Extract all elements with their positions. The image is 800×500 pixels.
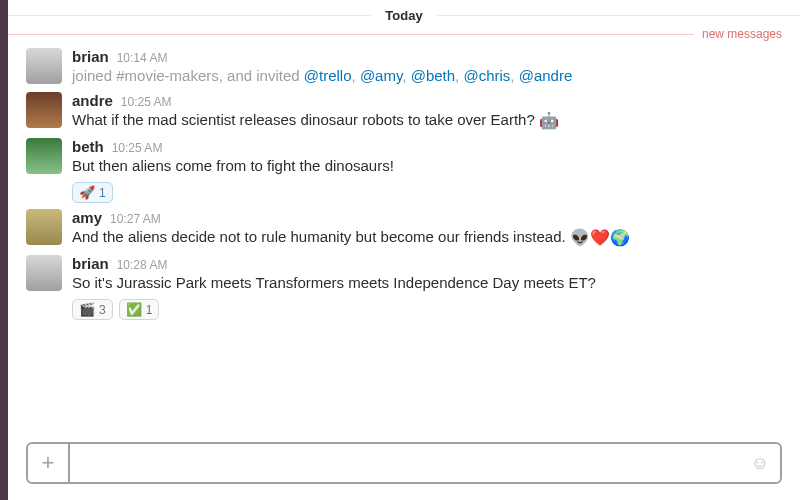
mention[interactable]: @andre [519, 67, 573, 84]
reactions: 🚀 1 [72, 182, 782, 203]
main-area: Today new messages brian 10:14 AM joined… [8, 0, 800, 500]
timestamp: 10:14 AM [117, 51, 168, 65]
sender-name[interactable]: beth [72, 138, 104, 155]
mention[interactable]: @chris [463, 67, 510, 84]
message-text: What if the mad scientist releases dinos… [72, 109, 782, 132]
smile-icon: ☺ [751, 453, 769, 474]
divider-line [437, 15, 800, 16]
clapper-icon: 🎬 [79, 302, 95, 317]
timestamp: 10:25 AM [121, 95, 172, 109]
new-messages-label: new messages [694, 27, 800, 41]
divider-line [8, 15, 371, 16]
sender-name[interactable]: amy [72, 209, 102, 226]
app-left-bar [0, 0, 8, 500]
sender-name[interactable]: brian [72, 48, 109, 65]
composer-area: + ☺ [8, 432, 800, 500]
system-mid: , and invited [219, 67, 304, 84]
message-body: amy 10:27 AM And the aliens decide not t… [72, 209, 782, 249]
message: andre 10:25 AM What if the mad scientist… [26, 89, 782, 135]
message: amy 10:27 AM And the aliens decide not t… [26, 206, 782, 252]
plus-icon: + [42, 450, 55, 476]
message-body: brian 10:28 AM So it's Jurassic Park mee… [72, 255, 782, 320]
avatar[interactable] [26, 138, 62, 174]
mention[interactable]: @amy [360, 67, 402, 84]
message-list[interactable]: brian 10:14 AM joined #movie-makers, and… [8, 45, 800, 432]
sender-name[interactable]: andre [72, 92, 113, 109]
new-messages-line [8, 34, 694, 35]
avatar[interactable] [26, 92, 62, 128]
attach-button[interactable]: + [28, 444, 70, 482]
mention[interactable]: @trello [304, 67, 352, 84]
emoji-button[interactable]: ☺ [740, 444, 780, 482]
timestamp: 10:27 AM [110, 212, 161, 226]
reactions: 🎬 3 ✅ 1 [72, 299, 782, 320]
reaction[interactable]: ✅ 1 [119, 299, 160, 320]
system-message: joined #movie-makers, and invited @trell… [72, 65, 782, 86]
timestamp: 10:25 AM [112, 141, 163, 155]
message: brian 10:28 AM So it's Jurassic Park mee… [26, 252, 782, 323]
reaction-count: 1 [146, 303, 153, 317]
reaction[interactable]: 🚀 1 [72, 182, 113, 203]
channel-name[interactable]: #movie-makers [116, 67, 219, 84]
check-icon: ✅ [126, 302, 142, 317]
mention[interactable]: @beth [411, 67, 455, 84]
system-prefix: joined [72, 67, 116, 84]
reaction-count: 3 [99, 303, 106, 317]
message-body: andre 10:25 AM What if the mad scientist… [72, 92, 782, 132]
timestamp: 10:28 AM [117, 258, 168, 272]
message: brian 10:14 AM joined #movie-makers, and… [26, 45, 782, 89]
avatar[interactable] [26, 209, 62, 245]
composer: + ☺ [26, 442, 782, 484]
date-divider: Today [8, 0, 800, 29]
message-input[interactable] [70, 444, 740, 482]
message: beth 10:25 AM But then aliens come from … [26, 135, 782, 206]
avatar[interactable] [26, 48, 62, 84]
new-messages-divider: new messages [8, 27, 800, 41]
avatar[interactable] [26, 255, 62, 291]
message-text: And the aliens decide not to rule humani… [72, 226, 782, 249]
message-text: But then aliens come from to fight the d… [72, 155, 782, 176]
message-text: So it's Jurassic Park meets Transformers… [72, 272, 782, 293]
reaction[interactable]: 🎬 3 [72, 299, 113, 320]
reaction-count: 1 [99, 186, 106, 200]
robot-emoji: 🤖 [539, 112, 559, 129]
date-divider-label: Today [371, 8, 436, 23]
message-body: beth 10:25 AM But then aliens come from … [72, 138, 782, 203]
inline-emoji: 👽❤️🌍 [570, 229, 630, 246]
message-body: brian 10:14 AM joined #movie-makers, and… [72, 48, 782, 86]
rocket-icon: 🚀 [79, 185, 95, 200]
sender-name[interactable]: brian [72, 255, 109, 272]
